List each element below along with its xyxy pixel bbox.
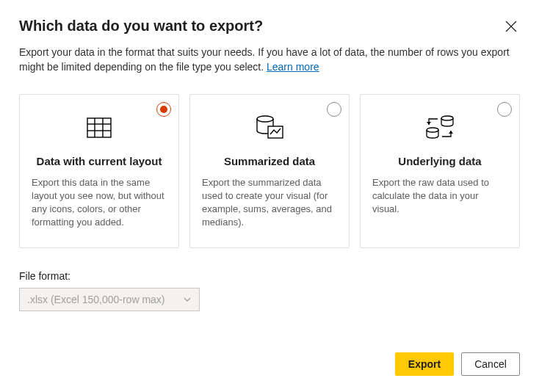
file-format-label: File format:: [19, 270, 520, 282]
file-format-value: .xlsx (Excel 150,000-row max): [27, 294, 165, 305]
option-title: Data with current layout: [32, 155, 167, 167]
option-title: Summarized data: [202, 155, 337, 167]
file-format-select[interactable]: .xlsx (Excel 150,000-row max): [19, 288, 200, 311]
svg-rect-0: [87, 118, 111, 137]
option-desc: Export this data in the same layout you …: [32, 176, 167, 230]
close-button[interactable]: [502, 18, 520, 35]
chevron-down-icon: [183, 295, 192, 304]
export-options: Data with current layout Export this dat…: [19, 94, 520, 248]
table-grid-icon: [32, 109, 167, 146]
learn-more-link[interactable]: Learn more: [267, 61, 319, 73]
radio-summarized[interactable]: [327, 102, 341, 117]
cancel-button[interactable]: Cancel: [461, 352, 520, 376]
export-button[interactable]: Export: [395, 352, 454, 376]
svg-marker-9: [427, 122, 431, 125]
option-summarized[interactable]: Summarized data Export the summarized da…: [189, 94, 350, 248]
option-desc: Export the summarized data used to creat…: [202, 176, 337, 230]
svg-point-8: [427, 128, 438, 132]
option-underlying[interactable]: Underlying data Export the raw data used…: [360, 94, 520, 248]
summarized-icon: [202, 109, 337, 146]
close-icon: [505, 21, 517, 32]
dialog-footer: Export Cancel: [395, 352, 520, 376]
underlying-icon: [372, 109, 507, 146]
option-current-layout[interactable]: Data with current layout Export this dat…: [19, 94, 179, 248]
svg-point-5: [257, 116, 273, 122]
dialog-title: Which data do you want to export?: [19, 18, 263, 35]
svg-point-7: [441, 116, 453, 120]
option-title: Underlying data: [372, 155, 507, 167]
radio-current-layout[interactable]: [156, 102, 171, 117]
svg-rect-6: [268, 126, 283, 138]
option-desc: Export the raw data used to calculate th…: [372, 176, 507, 217]
radio-underlying[interactable]: [497, 102, 512, 117]
dialog-subtitle: Export your data in the format that suit…: [19, 45, 511, 75]
svg-marker-10: [449, 131, 453, 134]
subtitle-text: Export your data in the format that suit…: [19, 46, 510, 73]
